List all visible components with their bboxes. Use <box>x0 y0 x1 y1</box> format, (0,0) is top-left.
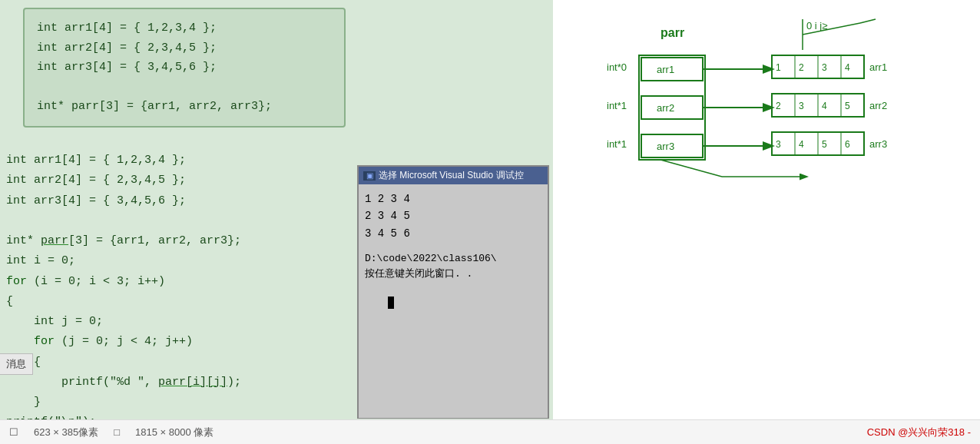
page-icon: □ <box>114 426 120 438</box>
svg-text:3: 3 <box>776 139 781 150</box>
console-title-bar: ▣ 选择 Microsoft Visual Studio 调试控 <box>359 167 548 184</box>
output-line-1: 1 2 3 4 <box>365 191 541 207</box>
console-cursor-area <box>365 281 541 309</box>
svg-line-43 <box>661 160 722 177</box>
bottom-bar-left: ☐ 623 × 385像素 □ 1815 × 8000 像素 <box>9 426 214 439</box>
full-dimensions: 1815 × 8000 像素 <box>135 426 214 439</box>
svg-text:5: 5 <box>845 101 850 111</box>
message-tab-label: 消息 <box>6 358 26 369</box>
bottom-bar: ☐ 623 × 385像素 □ 1815 × 8000 像素 CSDN @兴兴向… <box>0 419 980 444</box>
console-window: ▣ 选择 Microsoft Visual Studio 调试控 1 2 3 4… <box>357 165 549 419</box>
svg-text:arr2: arr2 <box>869 100 887 111</box>
svg-text:1: 1 <box>776 62 781 73</box>
message-tab[interactable]: 消息 <box>0 353 33 375</box>
svg-text:int*1: int*1 <box>607 100 627 111</box>
svg-text:4: 4 <box>822 101 827 111</box>
console-title: 选择 Microsoft Visual Studio 调试控 <box>379 169 524 182</box>
parr-label: parr <box>661 26 684 39</box>
brand-label: CSDN @兴兴向荣318 - <box>867 426 971 438</box>
svg-text:arr3: arr3 <box>657 141 674 152</box>
top-code-content: int arr1[4] = { 1,2,3,4 }; int arr2[4] =… <box>37 18 332 117</box>
svg-text:5: 5 <box>822 139 827 150</box>
svg-text:arr3: arr3 <box>869 138 887 150</box>
svg-text:3: 3 <box>822 62 827 73</box>
svg-text:int*1: int*1 <box>607 138 627 150</box>
output-line-2: 2 3 4 5 <box>365 207 541 224</box>
svg-text:arr1: arr1 <box>869 61 887 73</box>
output-line-3: 3 4 5 6 <box>365 225 541 242</box>
right-panel: parr 0 i j≥ int*0 arr1 int*1 arr2 int*1 … <box>553 0 980 444</box>
svg-text:2: 2 <box>799 62 804 73</box>
svg-text:6: 6 <box>845 139 850 150</box>
path-line: D:\code\2022\class106\按任意键关闭此窗口. . <box>365 251 541 281</box>
main-container: int arr1[4] = { 1,2,3,4 }; int arr2[4] =… <box>0 0 980 444</box>
diagram-svg: parr 0 i j≥ int*0 arr1 int*1 arr2 int*1 … <box>568 15 968 230</box>
svg-text:2: 2 <box>776 101 781 111</box>
svg-text:4: 4 <box>799 139 804 150</box>
svg-text:arr1: arr1 <box>657 64 674 75</box>
console-cursor <box>388 297 394 309</box>
svg-text:3: 3 <box>799 101 804 111</box>
left-panel: int arr1[4] = { 1,2,3,4 }; int arr2[4] =… <box>0 0 553 444</box>
top-code-box: int arr1[4] = { 1,2,3,4 }; int arr2[4] =… <box>23 8 346 128</box>
console-icon: ▣ <box>363 171 376 181</box>
dimension-icon: ☐ <box>9 426 18 438</box>
svg-text:4: 4 <box>845 62 850 73</box>
svg-text:int*0: int*0 <box>607 61 627 73</box>
crop-dimensions: 623 × 385像素 <box>34 426 98 439</box>
svg-line-2 <box>860 19 876 23</box>
console-body: 1 2 3 4 2 3 4 5 3 4 5 6 D:\code\2022\cla… <box>359 184 548 418</box>
bottom-bar-right: CSDN @兴兴向荣318 - <box>867 426 971 439</box>
svg-text:arr2: arr2 <box>657 102 674 114</box>
